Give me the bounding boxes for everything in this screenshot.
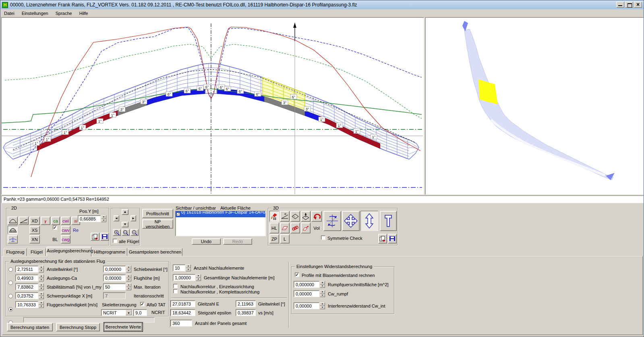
panel-red2-button[interactable]	[290, 223, 300, 233]
surface-listbox[interactable]: 0) 161018 Halbhorten F3F-Dispar 14-cA=0 …	[175, 211, 266, 236]
panel-lift-button[interactable]	[301, 211, 311, 222]
radio-auslegungs-ca[interactable]	[8, 281, 13, 285]
stabilitaetsmass-spinner[interactable]	[39, 283, 44, 290]
rumpfflaeche-field[interactable]: 0,000000	[294, 281, 319, 288]
front-view-button[interactable]	[8, 235, 18, 243]
xs-button[interactable]: XS	[29, 226, 40, 234]
planform-view-button[interactable]	[8, 216, 18, 225]
schiebewinkel-spinner[interactable]	[126, 266, 131, 273]
pan-left-button[interactable]	[114, 215, 119, 221]
flughoehe-spinner[interactable]	[126, 275, 131, 281]
close-button[interactable]	[634, 2, 642, 8]
berechnung-stopp-button[interactable]: Berechnung Stopp	[56, 323, 100, 331]
posy-field[interactable]: 0,66885	[78, 215, 101, 222]
zoom-out-button[interactable]	[130, 229, 139, 236]
zoom-in-button[interactable]	[113, 229, 121, 236]
alpha-distribution-button[interactable]	[19, 216, 29, 225]
berechnete-werte-button[interactable]: Berechnete Werte	[104, 322, 143, 332]
zp-button[interactable]: ZP	[269, 234, 279, 243]
l-button[interactable]: L	[280, 234, 290, 243]
panel-red3-button[interactable]	[301, 223, 311, 233]
berechnung-starten-button[interactable]: Berechnung starten	[7, 323, 53, 331]
anstellwinkel-spinner[interactable]	[39, 266, 44, 273]
move-3d-button[interactable]	[342, 211, 360, 231]
menu-hilfe[interactable]: Hilfe	[76, 10, 92, 17]
ca-checkbox[interactable]	[53, 225, 57, 230]
restore-button[interactable]	[625, 2, 633, 8]
wing-3d-view[interactable]	[425, 17, 644, 195]
schiebewinkel-field[interactable]: 0,00000	[103, 266, 126, 273]
panel-red1-button[interactable]	[280, 223, 290, 233]
ca-button[interactable]: ca	[51, 216, 60, 225]
cw-rumpf-field[interactable]: 0,00000	[294, 290, 319, 297]
ncrit-dropdown[interactable]: NCRIT	[101, 309, 133, 316]
tab-hilfsprogramme[interactable]: Hilfsprogramme	[92, 248, 127, 256]
nachlauf-count-field[interactable]: 10	[173, 264, 185, 271]
profilschnitt-button[interactable]: Profilschnitt	[142, 209, 173, 218]
wing-planform-plot[interactable]: 6°6°6°6°6°6°6°6°6°3°3°3°3°1°1°1°1°1°1°1°…	[1, 17, 424, 195]
max-iteration-field[interactable]: 50	[103, 283, 126, 290]
alfa0-tat-checkbox[interactable]	[140, 302, 145, 306]
mesh-view-button[interactable]	[8, 226, 18, 234]
fluggeschwindigkeit-spinner[interactable]	[39, 301, 44, 308]
nachlaufkorrektur-komplett-checkbox[interactable]	[173, 289, 178, 293]
copy-2d-button[interactable]	[91, 233, 99, 241]
posy-spinner[interactable]	[101, 215, 106, 222]
tools-button[interactable]	[380, 211, 397, 231]
stabilitaetsmass-field[interactable]: 7,83862	[15, 283, 38, 290]
cwi-button[interactable]: cwi	[61, 216, 70, 225]
undo-3d-button[interactable]	[311, 211, 322, 222]
auslegungs-ca-spinner[interactable]	[39, 275, 44, 281]
surface-list-item[interactable]: 0) 161018 Halbhorten F3F-Dispar 14-cA=0 …	[176, 211, 265, 217]
panel-normal-button[interactable]	[290, 211, 300, 222]
pan-up-button[interactable]	[122, 209, 128, 215]
radio-schwerpunktlage[interactable]	[8, 307, 13, 312]
bl-button[interactable]: BL	[50, 235, 60, 243]
redo-button[interactable]: Redo	[223, 238, 252, 245]
minimize-button[interactable]	[616, 2, 624, 8]
menu-einstellungen[interactable]: Einstellungen	[18, 10, 52, 17]
alle-fluegel-checkbox[interactable]	[113, 239, 117, 243]
blasenwiderstand-checkbox[interactable]	[295, 273, 299, 277]
xd-button[interactable]: XD	[29, 216, 40, 225]
save-2d-button[interactable]	[100, 233, 109, 241]
re-button[interactable]: Re	[71, 226, 80, 234]
pan-down-button[interactable]	[122, 222, 128, 227]
vertical-move-button[interactable]	[360, 211, 378, 231]
max-iteration-spinner[interactable]	[126, 283, 131, 290]
schwerpunktlage-field[interactable]: 0,23752	[15, 292, 38, 299]
tab-gesamtpolaren[interactable]: Gesamtpolaren berechnen	[128, 248, 182, 256]
menu-sprache[interactable]: Sprache	[52, 10, 76, 17]
copy-3d-button[interactable]	[378, 234, 387, 243]
gamma-button[interactable]: γ	[41, 216, 50, 225]
np-verschieben-button[interactable]: NP verschieben	[142, 219, 173, 229]
cwv-button[interactable]: cwv	[61, 226, 70, 234]
alpha-panels-button[interactable]: α	[280, 211, 290, 222]
cw-int-spinner[interactable]	[320, 302, 325, 309]
zoom-reset-button[interactable]: 1:1	[122, 229, 130, 236]
symmetrie-check-checkbox[interactable]	[321, 235, 325, 240]
pan-right-button[interactable]	[130, 215, 136, 221]
vol-button[interactable]: Vol	[311, 223, 322, 233]
rotate-3d-button[interactable]	[323, 211, 341, 231]
nachlauf-count-spinner[interactable]	[186, 264, 191, 271]
xn-button[interactable]: XN	[29, 235, 40, 243]
nachlaufkorrektur-einzel-checkbox[interactable]	[173, 284, 178, 288]
tab-flugzeug[interactable]: Flugzeug	[4, 248, 27, 256]
cwg-button[interactable]: cwg	[61, 235, 70, 243]
ncrit-value-field[interactable]: 9,0	[133, 309, 147, 316]
anstellwinkel-field[interactable]: 2,72511	[15, 266, 38, 273]
radio-anstellwinkel[interactable]	[8, 267, 13, 272]
hl-button[interactable]: HL	[269, 223, 279, 233]
chevron-down-icon[interactable]	[126, 310, 132, 315]
save-3d-button[interactable]	[388, 234, 397, 243]
undo-button[interactable]: Undo	[192, 238, 221, 245]
surface-visible-checkbox[interactable]	[176, 212, 180, 216]
cw-int-field[interactable]: 0,00000	[294, 302, 319, 309]
tab-auslegungsberechnung[interactable]: Auslegungsberechnung	[46, 247, 91, 256]
fluggeschwindigkeit-field[interactable]: 10,76333	[15, 301, 38, 308]
auslegungs-ca-field[interactable]: 0,49903	[15, 275, 38, 281]
cw-rumpf-spinner[interactable]	[320, 290, 325, 297]
schwerpunktlage-spinner[interactable]	[39, 292, 44, 299]
paint-mesh-button[interactable]	[269, 211, 279, 222]
